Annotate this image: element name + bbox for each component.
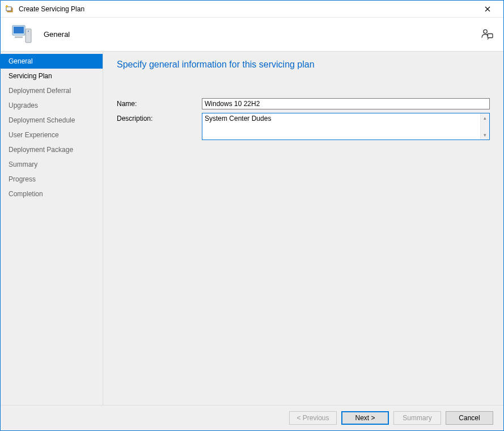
page-heading: Specify general information for this ser…: [117, 60, 490, 70]
close-button[interactable]: [476, 1, 499, 17]
main-panel: Specify general information for this ser…: [103, 52, 503, 405]
titlebar: Create Servicing Plan: [1, 1, 503, 18]
svg-rect-3: [14, 27, 24, 33]
svg-rect-1: [6, 7, 11, 11]
people-icon: [481, 27, 493, 41]
previous-button: < Previous: [289, 411, 337, 425]
sidebar-item-deployment-schedule[interactable]: Deployment Schedule: [1, 113, 103, 128]
header-banner: General: [1, 18, 503, 52]
svg-point-5: [28, 30, 29, 31]
sidebar-item-upgrades[interactable]: Upgrades: [1, 98, 103, 113]
scroll-up-icon[interactable]: ▴: [481, 113, 489, 122]
sidebar-item-deployment-deferral[interactable]: Deployment Deferral: [1, 83, 103, 98]
sidebar-item-summary[interactable]: Summary: [1, 157, 103, 172]
description-wrapper: ▴ ▾: [202, 113, 490, 140]
description-input[interactable]: [202, 113, 480, 140]
svg-point-7: [484, 29, 487, 33]
wizard-window: Create Servicing Plan General: [0, 0, 504, 431]
name-input[interactable]: [202, 98, 490, 109]
content-area: General Servicing Plan Deployment Deferr…: [1, 52, 503, 405]
sidebar-item-general[interactable]: General: [1, 54, 103, 69]
wizard-footer: < Previous Next > Summary Cancel: [1, 405, 503, 430]
sidebar-item-servicing-plan[interactable]: Servicing Plan: [1, 69, 103, 83]
computer-icon: [11, 23, 33, 46]
header-title: General: [44, 30, 70, 39]
sidebar-item-completion[interactable]: Completion: [1, 187, 103, 201]
next-button[interactable]: Next >: [341, 411, 389, 425]
summary-button: Summary: [393, 411, 441, 425]
wizard-icon: [5, 5, 14, 14]
description-label: Description:: [117, 113, 202, 122]
description-row: Description: ▴ ▾: [117, 113, 490, 140]
scroll-down-icon[interactable]: ▾: [481, 130, 489, 140]
name-row: Name:: [117, 98, 490, 109]
cancel-button[interactable]: Cancel: [446, 411, 493, 425]
sidebar-item-progress[interactable]: Progress: [1, 172, 103, 187]
sidebar-item-deployment-package[interactable]: Deployment Package: [1, 142, 103, 157]
sidebar-item-user-experience[interactable]: User Experience: [1, 128, 103, 142]
description-scrollbar[interactable]: ▴ ▾: [480, 113, 489, 140]
wizard-sidebar: General Servicing Plan Deployment Deferr…: [1, 52, 103, 405]
name-label: Name:: [117, 98, 202, 108]
svg-rect-6: [15, 36, 23, 38]
titlebar-title: Create Servicing Plan: [19, 5, 476, 13]
